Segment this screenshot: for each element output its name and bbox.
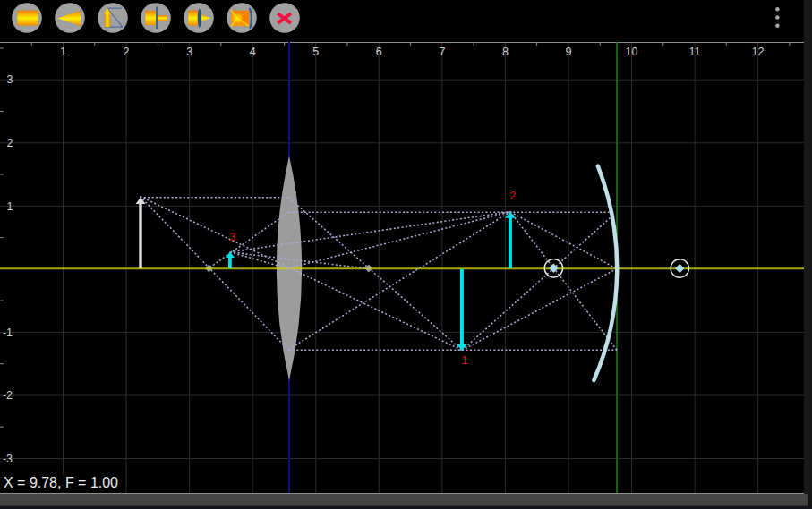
svg-text:2: 2 <box>510 190 517 202</box>
svg-text:7: 7 <box>439 46 445 58</box>
svg-text:8: 8 <box>502 46 509 58</box>
svg-text:9: 9 <box>566 46 572 58</box>
svg-text:3: 3 <box>230 231 236 243</box>
svg-text:12: 12 <box>752 46 765 58</box>
svg-text:6: 6 <box>376 46 382 58</box>
svg-text:11: 11 <box>689 46 701 58</box>
svg-text:4: 4 <box>250 46 256 58</box>
svg-text:1: 1 <box>462 354 468 367</box>
svg-text:2: 2 <box>7 137 13 149</box>
svg-text:1: 1 <box>60 46 66 58</box>
svg-text:-2: -2 <box>3 389 13 402</box>
svg-text:-3: -3 <box>3 453 13 465</box>
svg-text:10: 10 <box>626 46 638 58</box>
svg-text:-1: -1 <box>3 327 13 339</box>
svg-text:3: 3 <box>7 73 13 86</box>
svg-text:X = 9.78, F = 1.00: X = 9.78, F = 1.00 <box>4 474 118 491</box>
svg-text:2: 2 <box>124 46 130 58</box>
svg-text:1: 1 <box>7 200 13 213</box>
svg-text:5: 5 <box>312 46 319 58</box>
svg-text:3: 3 <box>186 46 192 58</box>
